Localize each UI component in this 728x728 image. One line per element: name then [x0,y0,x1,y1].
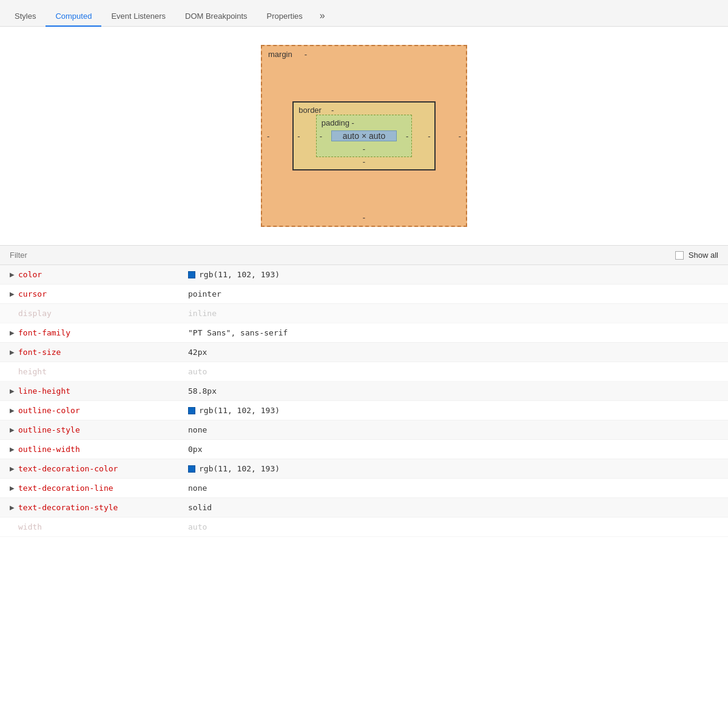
color-swatch-outline-color[interactable] [188,407,195,414]
padding-top-label: padding - [317,115,412,127]
prop-row-cursor: ▶cursorpointer [0,285,728,304]
prop-value-text-outline-color: rgb(11, 102, 193) [199,406,280,415]
prop-name-display: display [18,309,188,318]
prop-value-text-display: inline [188,309,217,318]
expand-arrow-color[interactable]: ▶ [10,271,18,278]
prop-value-text-decoration-line: none [188,484,207,493]
properties-list: ▶colorrgb(11, 102, 193)▶cursorpointerdis… [0,265,728,537]
filter-bar: Show all [0,246,728,265]
margin-sides: - border - - padding - [262,59,466,213]
padding-box: padding - - auto × auto - - [316,115,413,157]
prop-row-outline-style: ▶outline-stylenone [0,420,728,440]
prop-name-font-family: font-family [18,328,188,337]
show-all-checkbox[interactable] [675,251,684,260]
prop-value-outline-style: none [188,425,207,434]
expand-arrow-outline-style[interactable]: ▶ [10,426,18,433]
prop-value-font-size: 42px [188,348,207,357]
prop-value-cursor: pointer [188,289,221,298]
prop-row-text-decoration-line: ▶text-decoration-linenone [0,479,728,498]
prop-row-text-decoration-color: ▶text-decoration-colorrgb(11, 102, 193) [0,459,728,479]
prop-value-text-height: auto [188,367,207,376]
expand-arrow-outline-color[interactable]: ▶ [10,407,18,414]
margin-box: margin - - border - - padd [261,45,467,227]
prop-value-text-font-family: "PT Sans", sans-serif [188,328,288,337]
prop-row-outline-width: ▶outline-width0px [0,440,728,459]
prop-name-outline-style: outline-style [18,425,188,434]
prop-value-outline-color: rgb(11, 102, 193) [188,406,280,415]
color-swatch-text-decoration-color[interactable] [188,465,195,473]
margin-top-label: margin - [262,46,466,59]
prop-value-text-text-decoration-style: solid [188,503,212,512]
prop-row-display: displayinline [0,304,728,323]
padding-sides: - auto × auto - [317,127,412,144]
filter-input[interactable] [10,251,675,260]
prop-value-line-height: 58.8px [188,386,217,396]
expand-arrow-text-decoration-color[interactable]: ▶ [10,465,18,472]
prop-value-text-outline-width: 0px [188,445,202,454]
prop-value-text-text-decoration-line: none [188,484,207,493]
expand-arrow-outline-width[interactable]: ▶ [10,446,18,453]
expand-arrow-line-height[interactable]: ▶ [10,388,18,394]
content-box: auto × auto [331,130,397,141]
prop-name-outline-color: outline-color [18,406,188,415]
prop-value-text-text-decoration-color: rgb(11, 102, 193) [199,464,280,473]
prop-value-text-decoration-style: solid [188,503,212,512]
prop-name-font-size: font-size [18,348,188,357]
prop-row-font-size: ▶font-size42px [0,343,728,362]
tab-properties[interactable]: Properties [257,7,312,27]
tab-styles[interactable]: Styles [5,7,46,27]
show-all-label: Show all [689,251,718,260]
expand-arrow-text-decoration-line[interactable]: ▶ [10,485,18,491]
prop-value-display: inline [188,309,217,318]
prop-value-text-outline-style: none [188,425,207,434]
tab-dom-breakpoints[interactable]: DOM Breakpoints [175,7,257,27]
prop-name-cursor: cursor [18,289,188,298]
prop-row-height: heightauto [0,362,728,382]
border-sides: - padding - - auto × auto [294,115,434,157]
border-top-label: border - [294,103,434,115]
prop-name-height: height [18,367,188,376]
color-swatch-color[interactable] [188,271,195,278]
tab-computed[interactable]: Computed [46,7,101,27]
prop-value-font-family: "PT Sans", sans-serif [188,328,288,337]
prop-row-width: widthauto [0,517,728,537]
prop-value-text-width: auto [188,522,207,531]
prop-name-line-height: line-height [18,386,188,396]
filter-right: Show all [675,251,718,260]
prop-value-width: auto [188,522,207,531]
prop-name-outline-width: outline-width [18,445,188,454]
expand-arrow-text-decoration-style[interactable]: ▶ [10,504,18,511]
tab-bar: StylesComputedEvent ListenersDOM Breakpo… [0,0,728,27]
prop-value-text-color: rgb(11, 102, 193) [199,270,280,279]
box-model-diagram: margin - - border - - padd [261,45,467,227]
expand-arrow-font-family[interactable]: ▶ [10,329,18,336]
prop-value-text-decoration-color: rgb(11, 102, 193) [188,464,280,473]
expand-arrow-cursor[interactable]: ▶ [10,291,18,297]
prop-value-height: auto [188,367,207,376]
prop-value-outline-width: 0px [188,445,202,454]
prop-row-outline-color: ▶outline-colorrgb(11, 102, 193) [0,401,728,420]
border-box: border - - padding - - [292,101,435,170]
tab-event-listeners[interactable]: Event Listeners [101,7,175,27]
prop-name-text-decoration-color: text-decoration-color [18,464,188,473]
prop-name-text-decoration-line: text-decoration-line [18,484,188,493]
prop-value-text-line-height: 58.8px [188,386,217,396]
box-model-section: margin - - border - - padd [0,27,728,246]
prop-row-line-height: ▶line-height58.8px [0,382,728,401]
tab-overflow[interactable]: » [315,5,330,26]
prop-name-width: width [18,522,188,531]
prop-name-text-decoration-style: text-decoration-style [18,503,188,512]
prop-name-color: color [18,270,188,279]
prop-row-font-family: ▶font-family"PT Sans", sans-serif [0,323,728,343]
prop-value-text-cursor: pointer [188,289,221,298]
prop-row-color: ▶colorrgb(11, 102, 193) [0,265,728,285]
prop-value-color: rgb(11, 102, 193) [188,270,280,279]
expand-arrow-font-size[interactable]: ▶ [10,349,18,356]
prop-value-text-font-size: 42px [188,348,207,357]
prop-row-text-decoration-style: ▶text-decoration-stylesolid [0,498,728,517]
